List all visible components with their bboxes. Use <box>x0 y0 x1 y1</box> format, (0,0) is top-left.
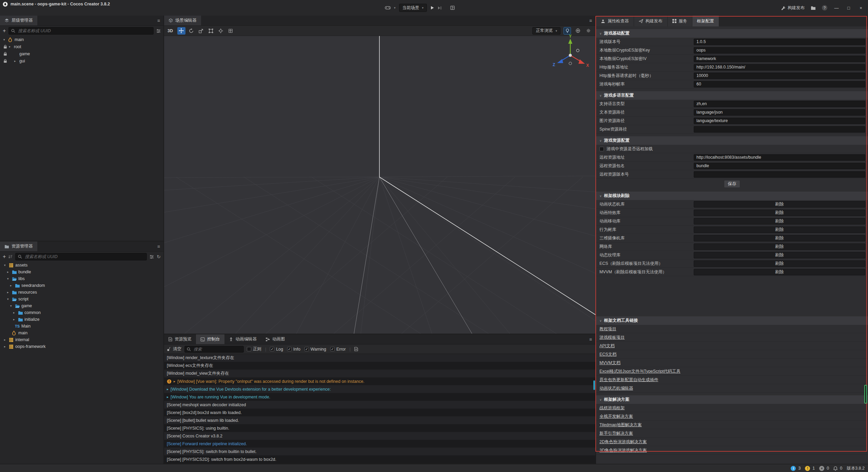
asset-node[interactable]: ▸ internal <box>0 336 163 343</box>
log-row[interactable]: [Scene] Cocos Creator v3.8.2 <box>164 432 595 440</box>
step-button[interactable] <box>438 6 442 10</box>
console-tab[interactable]: 资源预览 <box>164 334 196 344</box>
doc-link[interactable]: Tiledmap地图解决方案 <box>599 422 642 428</box>
remote-load-checkbox[interactable] <box>599 147 604 151</box>
console-search[interactable] <box>184 346 244 353</box>
regex-toggle[interactable]: 正则 <box>247 346 261 352</box>
tree-chevron[interactable]: ▸ <box>7 291 12 294</box>
remove-module-button[interactable]: 剔除 <box>694 235 865 241</box>
open-folder-icon[interactable] <box>811 6 816 10</box>
text-field[interactable] <box>694 171 865 178</box>
close-button[interactable]: × <box>858 5 864 11</box>
doc-link[interactable]: 2D角色扮演游戏解决方案 <box>599 439 647 445</box>
log-row[interactable]: [Window] render_texture文件夹存在 <box>164 354 595 362</box>
log-file-icon[interactable] <box>354 347 358 351</box>
clear-console-button[interactable]: 清空 <box>167 346 181 352</box>
tree-chevron[interactable]: ▸ <box>13 318 18 321</box>
scene-tool-button[interactable] <box>207 27 215 35</box>
expand-chevron-icon[interactable]: ▸ <box>167 387 169 391</box>
section-header[interactable]: ∨框架模块剔除 <box>596 192 868 200</box>
chevron-down-icon[interactable]: ▾ <box>394 6 396 9</box>
remove-module-button[interactable]: 剔除 <box>694 269 865 275</box>
warning-count-icon[interactable]: ! <box>805 466 810 471</box>
asset-node[interactable]: TS Main <box>0 323 163 330</box>
tree-chevron[interactable]: ▾ <box>4 263 9 267</box>
panel-menu-icon[interactable]: ≡ <box>589 334 592 345</box>
text-field[interactable] <box>694 56 865 62</box>
sort-icon[interactable] <box>8 255 13 259</box>
axis-gizmo[interactable]: Y X Z <box>550 34 591 72</box>
text-field[interactable] <box>694 126 865 133</box>
hierarchy-node[interactable]: game <box>0 50 163 57</box>
panel-menu-icon[interactable]: ≡ <box>157 241 160 252</box>
inspector-tab[interactable]: 属性检查器 <box>596 16 634 26</box>
doc-link[interactable]: ECS文档 <box>599 352 616 357</box>
log-row[interactable]: [Scene] [bullet]:bullet wasm lib loaded. <box>164 416 595 424</box>
log-row[interactable]: [Scene] [PHYSICS]: switch from builtin t… <box>164 448 595 455</box>
log-filter-toggle[interactable]: ✓ Warning <box>304 347 326 352</box>
hierarchy-node[interactable]: ▾ root <box>0 43 163 50</box>
hierarchy-node[interactable]: ▾ main <box>0 36 163 43</box>
tree-chevron[interactable]: ▾ <box>3 38 8 41</box>
tab-scene-editor[interactable]: 场景编辑器 <box>164 16 201 25</box>
asset-node[interactable]: ▾ script <box>0 296 163 302</box>
doc-link[interactable]: 游戏模板项目 <box>599 335 625 340</box>
help-icon[interactable]: ? <box>822 5 827 11</box>
log-row[interactable]: [Scene] [box2d]:box2d wasm lib loaded. <box>164 409 595 416</box>
remove-module-button[interactable]: 剔除 <box>694 243 865 250</box>
scene-dropdown[interactable]: 当前场景 ▾ <box>399 4 427 12</box>
mode-3d-toggle[interactable]: 3D <box>167 28 173 33</box>
build-publish-button[interactable]: 构建发布 <box>781 5 805 11</box>
section-header[interactable]: ∨框架文档工具链接 <box>596 316 868 325</box>
remove-module-button[interactable]: 剔除 <box>694 260 865 267</box>
tree-chevron[interactable]: ▸ <box>7 270 12 274</box>
remove-module-button[interactable]: 剔除 <box>694 218 865 224</box>
scene-tool-button[interactable] <box>177 27 185 35</box>
tree-chevron[interactable]: ▸ <box>10 284 15 287</box>
log-row[interactable]: [Window] ecs文件夹存在 <box>164 362 595 370</box>
maximize-button[interactable]: □ <box>846 5 852 11</box>
preview-target-icon[interactable] <box>385 6 391 10</box>
view-mode-dropdown[interactable]: 正常浏览 ▾ <box>532 27 560 35</box>
filter-icon[interactable] <box>150 255 154 259</box>
inspector-scrollbar-thumb[interactable] <box>864 385 867 404</box>
doc-link[interactable]: 原生包热更新配置自动生成插件 <box>599 377 658 383</box>
section-header[interactable]: ∨游戏基础配置 <box>596 29 868 38</box>
log-row[interactable]: [Scene] [PHYSICS2D]: switch from box2d-w… <box>164 455 595 463</box>
log-row[interactable]: [Scene] meshopt wasm decoder initialized <box>164 401 595 409</box>
hierarchy-search-input[interactable] <box>17 28 151 34</box>
doc-link[interactable]: 新手引导解决方案 <box>599 431 633 436</box>
doc-link[interactable]: 动画状态机编辑器 <box>599 386 633 391</box>
text-field[interactable] <box>694 101 865 107</box>
filter-icon[interactable] <box>156 29 161 33</box>
tree-chevron[interactable]: ▸ <box>13 311 18 314</box>
lighting-toggle[interactable] <box>564 27 571 35</box>
section-header[interactable]: ∨框架解决方案 <box>596 395 868 404</box>
log-row[interactable]: [Scene] Forward render pipeline initiali… <box>164 440 595 448</box>
doc-link[interactable]: 全栈开发解决方案 <box>599 414 633 419</box>
add-node-button[interactable]: + <box>3 28 6 34</box>
console-scrollbar-thumb[interactable] <box>593 380 595 390</box>
inspector-tab[interactable]: 构建发布 <box>634 16 668 26</box>
console-tab[interactable]: 动画图 <box>261 334 290 344</box>
asset-node[interactable]: ▾ assets <box>0 262 163 269</box>
doc-link[interactable]: MVVM文档 <box>599 360 620 366</box>
console-tab[interactable]: 动画编辑器 <box>224 334 261 344</box>
hierarchy-node[interactable]: ▸ gui <box>0 57 163 64</box>
scene-tool-button[interactable] <box>197 27 205 35</box>
doc-link[interactable]: 3D角色扮演游戏解决方案 <box>599 448 647 453</box>
log-row[interactable]: [Window] model_view文件夹存在 <box>164 370 595 377</box>
log-filter-toggle[interactable]: ✓ Log <box>270 347 283 352</box>
expand-chevron-icon[interactable]: ▸ <box>167 395 169 399</box>
panel-menu-icon[interactable]: ≡ <box>589 16 592 26</box>
asset-node[interactable]: ▾ libs <box>0 275 163 282</box>
text-field[interactable] <box>694 39 865 45</box>
inspector-tab[interactable]: 服务 <box>668 16 692 26</box>
doc-link[interactable]: 教程项目 <box>599 326 616 332</box>
text-field[interactable] <box>694 109 865 116</box>
add-asset-button[interactable]: + <box>3 254 6 259</box>
log-row[interactable]: ▸ [Window] Download the Vue Devtools ext… <box>164 385 595 393</box>
asset-node[interactable]: ▸ bundle <box>0 269 163 275</box>
log-row[interactable]: [Scene] [PHYSICS]: using builtin. <box>164 424 595 432</box>
scene-tool-button[interactable] <box>217 27 225 35</box>
